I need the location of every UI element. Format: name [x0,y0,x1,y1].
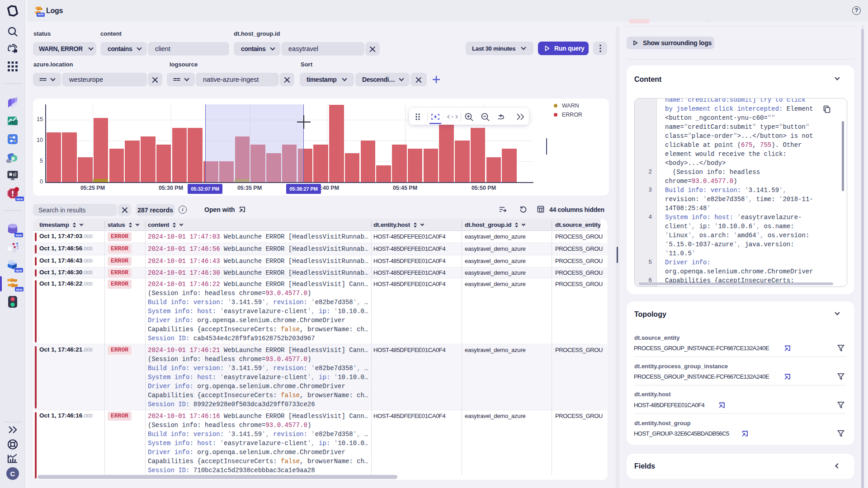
svg-text:NEW: NEW [16,269,22,272]
svg-text:C: C [10,470,15,478]
svg-text:NEW: NEW [16,234,22,237]
svg-text:NEW: NEW [17,198,23,201]
svg-text:NEW: NEW [16,288,23,291]
